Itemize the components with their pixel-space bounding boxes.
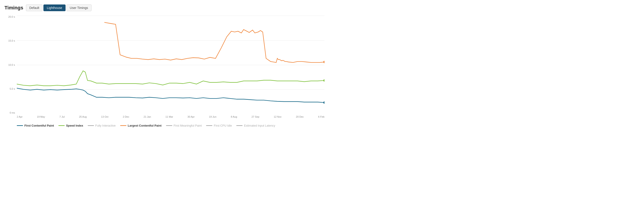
x-label-nov: 12 Nov — [274, 116, 282, 118]
tab-user-timings[interactable]: User Timings — [66, 4, 92, 11]
legend-fci-line — [206, 125, 212, 126]
legend-fmp-label: First Meaningful Paint — [174, 124, 202, 127]
x-label-apr2: 30 Apr — [188, 116, 195, 118]
x-label-jul: 7 Jul — [60, 116, 65, 118]
legend-si-line — [58, 125, 65, 126]
tab-group: Default Lighthouse User Timings — [26, 4, 92, 11]
header: Timings Default Lighthouse User Timings — [4, 4, 327, 11]
fcp-end-dot — [323, 101, 324, 104]
legend-fcp: First Contentful Paint — [17, 124, 54, 127]
x-label-dec1: 2 Dec — [123, 116, 129, 118]
x-label-may: 19 May — [37, 116, 45, 118]
x-label-apr: 2 Apr — [17, 116, 22, 118]
x-axis: 2 Apr 19 May 7 Jul 25 Aug 13 Oct 2 Dec 2… — [17, 114, 324, 121]
tab-lighthouse[interactable]: Lighthouse — [44, 4, 66, 11]
page-title: Timings — [4, 5, 23, 11]
chart-wrapper: 20.0 s 15.0 s 10.0 s 5.0 s 0 ms — [4, 16, 327, 121]
legend-fci-label: First CPU Idle — [214, 124, 232, 127]
legend-fi-line — [88, 125, 94, 126]
y-axis: 20.0 s 15.0 s 10.0 s 5.0 s 0 ms — [4, 16, 17, 114]
x-label-jun: 19 Jun — [209, 116, 216, 118]
legend-fi-label: Fully Interactive — [95, 124, 116, 127]
legend-si: Speed Index — [58, 124, 83, 127]
y-label-5: 5.0 s — [10, 88, 15, 90]
y-label-10: 10.0 s — [8, 64, 15, 66]
line-fcp — [17, 88, 324, 102]
x-label-oct: 13 Oct — [101, 116, 108, 118]
legend-eil-line — [236, 125, 242, 126]
legend-fcp-line — [17, 125, 23, 126]
x-label-sep: 27 Sep — [252, 116, 259, 118]
si-end-dot — [323, 79, 324, 82]
x-label-dec2: 20 Dec — [296, 116, 304, 118]
x-label-jan: 21 Jan — [144, 116, 151, 118]
x-label-mar: 11 Mar — [165, 116, 173, 118]
x-label-aug2: 8 Aug — [231, 116, 237, 118]
legend-lcp-label: Largest Contentful Paint — [128, 124, 162, 127]
legend-si-label: Speed Index — [66, 124, 83, 127]
legend: First Contentful Paint Speed Index Fully… — [4, 124, 327, 127]
lcp-end-dot — [323, 61, 324, 63]
x-label-aug: 25 Aug — [79, 116, 86, 118]
legend-fmp-line — [166, 125, 172, 126]
x-label-feb: 6 Feb — [318, 116, 324, 118]
legend-eil-label: Estimated Input Latency — [244, 124, 275, 127]
tab-default[interactable]: Default — [26, 4, 42, 11]
legend-eil: Estimated Input Latency — [236, 124, 275, 127]
line-speed-index — [17, 71, 324, 86]
legend-fci: First CPU Idle — [206, 124, 232, 127]
chart-svg — [17, 16, 324, 114]
legend-lcp: Largest Contentful Paint — [120, 124, 162, 127]
y-label-0: 0 ms — [10, 112, 15, 114]
legend-fi: Fully Interactive — [88, 124, 116, 127]
y-label-15: 15.0 s — [8, 40, 15, 42]
timings-container: Timings Default Lighthouse User Timings … — [4, 4, 327, 127]
legend-fcp-label: First Contentful Paint — [24, 124, 54, 127]
y-label-20: 20.0 s — [8, 16, 15, 18]
chart-plot — [17, 16, 324, 114]
line-lcp — [104, 22, 324, 62]
legend-lcp-line — [120, 125, 126, 126]
legend-fmp: First Meaningful Paint — [166, 124, 202, 127]
